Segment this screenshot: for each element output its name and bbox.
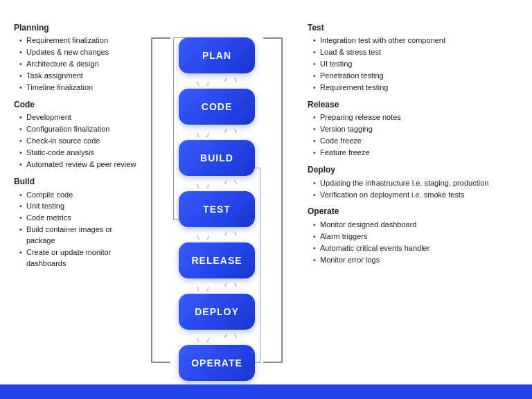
list-item: Configuration finalization <box>19 124 137 135</box>
list-item: Requirement testing <box>313 82 518 94</box>
list-item: Monitor designed dashboard <box>313 220 518 231</box>
right-section-title: Test <box>308 22 518 34</box>
main-container: PlanningRequirement finalizationUpdates … <box>0 0 532 384</box>
left-column: PlanningRequirement finalizationUpdates … <box>14 22 137 378</box>
list-item: Penetration testing <box>313 71 518 82</box>
stage-btn-release[interactable]: RELEASE <box>179 242 255 278</box>
list-item: Version tagging <box>313 124 518 135</box>
list-item: Unit testing <box>19 201 137 212</box>
list-item: Updates & new changes <box>19 47 137 58</box>
list-item: Check-in source code <box>19 136 137 147</box>
stage-btn-test[interactable]: TEST <box>179 191 255 227</box>
list-item: Updating the infrastructure i.e. staging… <box>313 178 518 189</box>
stage-btn-build[interactable]: BUILD <box>179 140 255 176</box>
arrow-connector <box>196 231 238 238</box>
list-item: Feature freeze <box>313 148 518 159</box>
arrow-connector <box>196 129 238 136</box>
center-column: PLANCODEBUILDTESTRELEASEDEPLOYOPERATE <box>137 22 296 378</box>
list-item: Code freeze <box>313 136 518 147</box>
bracket-left <box>151 37 170 363</box>
list-item: Monitor error logs <box>313 255 518 266</box>
diagram-wrapper: PLANCODEBUILDTESTRELEASEDEPLOYOPERATE <box>144 37 290 363</box>
list-item: Load & stress test <box>313 47 518 58</box>
stage-btn-code[interactable]: CODE <box>179 89 255 125</box>
right-section-title: Release <box>308 99 518 111</box>
list-item: Timeline finalization <box>19 82 137 94</box>
stage-btn-deploy[interactable]: DEPLOY <box>179 294 255 330</box>
left-section-title: Build <box>14 176 137 188</box>
list-item: UI testing <box>313 59 518 70</box>
content-row: PlanningRequirement finalizationUpdates … <box>14 22 518 378</box>
right-section-title: Deploy <box>308 164 518 176</box>
left-section-title: Code <box>14 99 137 111</box>
list-item: Code metrics <box>19 213 137 224</box>
stage-btn-plan[interactable]: PLAN <box>179 37 255 73</box>
arrow-connector <box>196 334 238 341</box>
right-column: TestIntegration test with other componen… <box>296 22 518 378</box>
bottom-bar <box>0 384 532 399</box>
left-section-title: Planning <box>14 22 137 34</box>
list-item: Task assignment <box>19 71 137 82</box>
list-item: Alarm triggers <box>313 231 518 242</box>
list-item: Integration test with other component <box>313 35 518 46</box>
list-item: Static-code analysis <box>19 148 137 159</box>
arrow-connector <box>196 283 238 290</box>
list-item: Automatic critical events handler <box>313 243 518 254</box>
list-item: Development <box>19 112 137 123</box>
list-item: Architecture & design <box>19 59 137 70</box>
stages-column: PLANCODEBUILDTESTRELEASEDEPLOYOPERATE <box>179 37 255 381</box>
list-item: Compile code <box>19 190 137 201</box>
right-section-title: Operate <box>308 206 518 218</box>
list-item: Verification on deployment i.e. smoke te… <box>313 190 518 201</box>
bracket-right <box>263 37 283 363</box>
arrow-connector <box>196 180 238 187</box>
list-item: Requirement finalization <box>19 35 137 46</box>
stage-btn-operate[interactable]: OPERATE <box>179 345 255 381</box>
list-item: Build container images or package <box>19 224 137 247</box>
list-item: Create or update monitor dashboards <box>19 247 137 269</box>
list-item: Preparing release notes <box>313 112 518 123</box>
arrow-connector <box>196 78 238 85</box>
list-item: Automated review & peer review <box>19 159 137 170</box>
